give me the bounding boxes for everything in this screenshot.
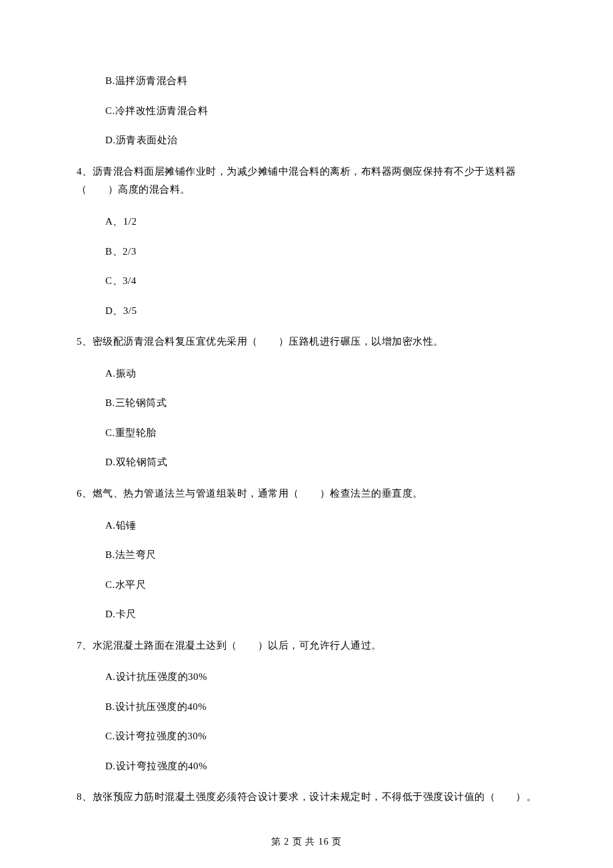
q5-option-a: A.振动 xyxy=(77,366,536,381)
q7-option-a: A.设计抗压强度的30% xyxy=(77,669,536,685)
q6-option-d: D.卡尺 xyxy=(77,607,536,622)
q4-option-d: D、3/5 xyxy=(77,303,536,319)
q4-option-a: A、1/2 xyxy=(77,214,536,229)
q6-option-b: B.法兰弯尺 xyxy=(77,547,536,563)
q3-option-d: D.沥青表面处治 xyxy=(77,133,536,148)
q5-text: 5、密级配沥青混合料复压宜优先采用（ ）压路机进行碾压，以增加密水性。 xyxy=(77,333,536,351)
q5-option-c: C.重型轮胎 xyxy=(77,425,536,441)
q6-text: 6、燃气、热力管道法兰与管道组装时，通常用（ ）检查法兰的垂直度。 xyxy=(77,485,536,503)
q4-option-c: C、3/4 xyxy=(77,273,536,289)
q7-option-d: D.设计弯拉强度的40% xyxy=(77,759,536,774)
q4-option-b: B、2/3 xyxy=(77,244,536,259)
q7-option-b: B.设计抗压强度的40% xyxy=(77,699,536,715)
q4-text: 4、沥青混合料面层摊铺作业时，为减少摊铺中混合料的离析，布料器两侧应保持有不少于… xyxy=(77,163,536,200)
q3-option-c: C.冷拌改性沥青混合料 xyxy=(77,103,536,119)
q3-option-b: B.温拌沥青混合料 xyxy=(77,73,536,89)
q6-option-a: A.铅锤 xyxy=(77,518,536,533)
q7-text: 7、水泥混凝土路面在混凝土达到（ ）以后，可允许行人通过。 xyxy=(77,637,536,655)
q6-option-c: C.水平尺 xyxy=(77,577,536,593)
q8-text: 8、放张预应力筋时混凝土强度必须符合设计要求，设计未规定时，不得低于强度设计值的… xyxy=(77,788,536,807)
q5-option-b: B.三轮钢筒式 xyxy=(77,395,536,411)
page-footer: 第 2 页 共 16 页 xyxy=(0,836,613,848)
q7-option-c: C.设计弯拉强度的30% xyxy=(77,729,536,744)
q5-option-d: D.双轮钢筒式 xyxy=(77,455,536,470)
